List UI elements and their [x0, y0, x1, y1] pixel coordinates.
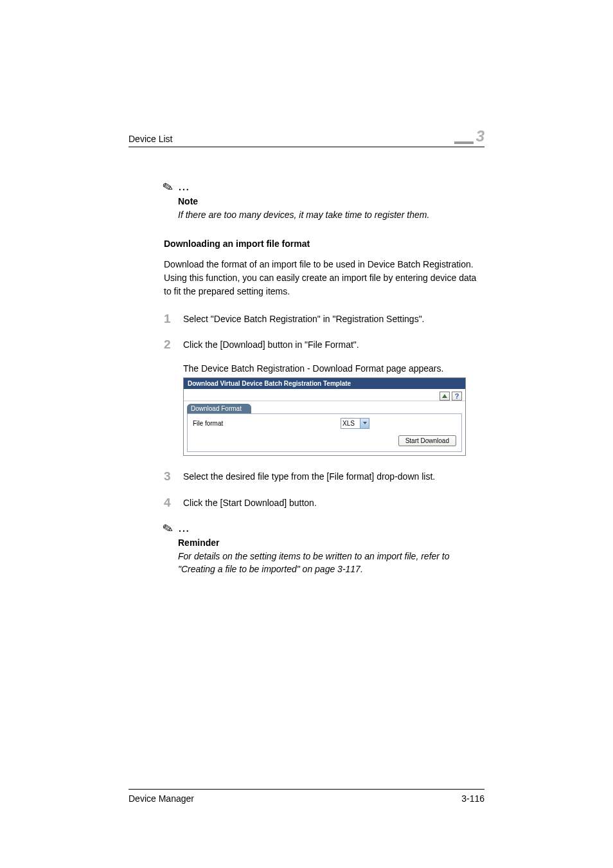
step-follow-text: The Device Batch Registration - Download…: [183, 363, 484, 374]
pencil-icon: ✎: [161, 520, 175, 538]
dialog-body: File format XLS Start Download: [187, 413, 462, 452]
start-download-button[interactable]: Start Download: [398, 435, 456, 446]
file-format-value: XLS: [342, 420, 355, 427]
step-text: Select the desired file type from the [F…: [183, 469, 435, 485]
help-icon[interactable]: ?: [452, 392, 462, 401]
dialog-section-header: Download Format: [187, 404, 251, 413]
note-text: If there are too many devices, it may ta…: [178, 209, 484, 222]
footer-left: Device Manager: [129, 793, 194, 804]
step-3: 3 Select the desired file type from the …: [164, 469, 484, 485]
up-icon[interactable]: [440, 392, 450, 401]
file-format-select[interactable]: XLS: [341, 418, 369, 429]
file-format-label: File format: [193, 420, 341, 427]
footer-right: 3-116: [461, 793, 484, 804]
step-text: Click the [Start Download] button.: [183, 495, 317, 511]
note-label: Note: [178, 196, 484, 206]
step-number: 3: [164, 469, 183, 485]
chevron-down-icon: [360, 419, 369, 428]
step-text: Click the [Download] button in "File For…: [183, 337, 359, 353]
reminder-block: ✎ ... Reminder For details on the settin…: [164, 521, 484, 575]
pencil-icon: ✎: [161, 178, 175, 196]
header-section: Device List: [129, 134, 172, 144]
step-number: 1: [164, 311, 183, 327]
intro-paragraph: Download the format of an import file to…: [164, 258, 484, 298]
step-number: 4: [164, 495, 183, 511]
chapter-number: 3: [476, 129, 484, 144]
step-1: 1 Select "Device Batch Registration" in …: [164, 311, 484, 327]
reminder-label: Reminder: [178, 538, 484, 548]
note-dots: ...: [179, 182, 190, 192]
step-2: 2 Click the [Download] button in "File F…: [164, 337, 484, 456]
reminder-text: For details on the setting items to be w…: [178, 550, 484, 575]
chapter-underline: [454, 135, 474, 144]
dialog-title: Download Virtual Device Batch Registrati…: [184, 378, 465, 389]
chapter-indicator: 3: [454, 129, 484, 144]
reminder-dots: ...: [179, 523, 190, 534]
page-footer: Device Manager 3-116: [129, 789, 484, 804]
section-heading: Downloading an import file format: [164, 239, 484, 249]
step-number: 2: [164, 337, 183, 353]
step-text: Select "Device Batch Registration" in "R…: [183, 311, 425, 327]
page-header: Device List 3: [129, 129, 484, 147]
note-block: ✎ ... Note If there are too many devices…: [164, 179, 484, 222]
dialog-screenshot: Download Virtual Device Batch Registrati…: [183, 377, 466, 456]
step-4: 4 Click the [Start Download] button.: [164, 495, 484, 511]
dialog-toolbar: ?: [184, 389, 465, 401]
